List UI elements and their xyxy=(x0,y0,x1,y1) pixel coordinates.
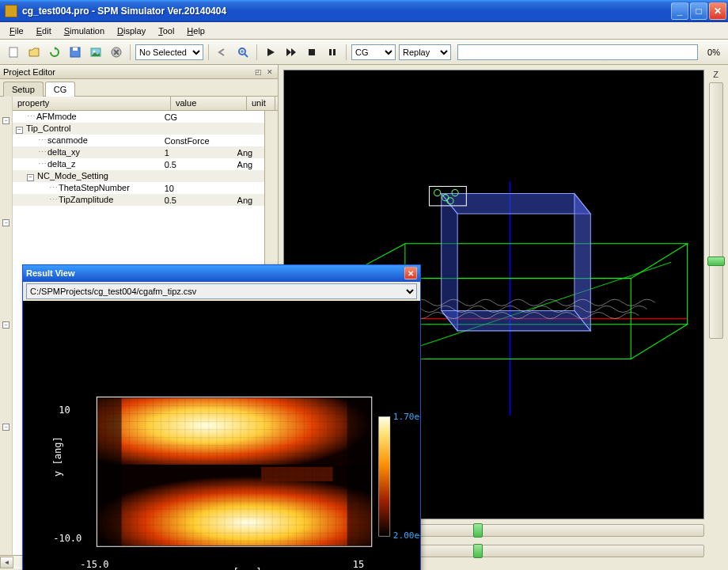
property-value[interactable]: 0.5 xyxy=(165,196,237,205)
plot-xlabel: x [ang] xyxy=(222,567,262,570)
property-row[interactable]: ⋯delta_z0.5Ang xyxy=(13,158,264,170)
svg-rect-12 xyxy=(309,49,315,55)
mode-dropdown[interactable]: Replay xyxy=(399,44,451,60)
play-button[interactable] xyxy=(262,44,279,61)
plot-ylabel: y [ang] xyxy=(52,436,63,477)
dock-header: Project Editor ◰ ✕ xyxy=(0,65,278,79)
property-name: delta_z xyxy=(47,159,75,169)
property-name: TipZamplitude xyxy=(59,195,113,204)
image-button[interactable] xyxy=(87,44,104,61)
app-icon xyxy=(5,5,17,17)
maximize-button[interactable]: □ xyxy=(690,2,707,20)
property-unit: Ang xyxy=(237,160,264,169)
new-button[interactable] xyxy=(5,44,22,61)
tree-collapse-2[interactable]: − xyxy=(2,219,9,226)
menu-simulation[interactable]: Simulation xyxy=(58,24,111,38)
fast-forward-button[interactable] xyxy=(282,44,300,61)
dock-title: Project Editor xyxy=(3,67,251,77)
property-name: NC_Mode_Setting xyxy=(37,171,108,180)
menu-display[interactable]: Display xyxy=(111,24,152,38)
stop-button[interactable] xyxy=(303,44,320,61)
cbar-min: 2.00e+0 xyxy=(393,530,420,541)
svg-rect-41 xyxy=(347,397,371,545)
engine-dropdown[interactable]: CG xyxy=(351,44,396,60)
col-property[interactable]: property xyxy=(13,97,171,110)
svg-rect-14 xyxy=(333,49,336,55)
cbar-max: 1.70e+0 xyxy=(393,411,420,421)
dock-tabs: Setup CG xyxy=(0,79,278,97)
menu-edit[interactable]: Edit xyxy=(30,24,58,38)
svg-marker-26 xyxy=(574,194,590,331)
selection-dropdown[interactable]: No Selected xyxy=(135,44,203,60)
property-row[interactable]: −Tip_Control xyxy=(13,123,264,135)
property-row[interactable]: ⋯delta_xy1Ang xyxy=(13,146,264,158)
minimize-button[interactable]: _ xyxy=(671,2,688,20)
property-row[interactable]: ⋯ThetaStepNumber10 xyxy=(13,182,264,194)
property-value[interactable]: ConstForce xyxy=(165,136,237,146)
svg-rect-42 xyxy=(379,416,390,536)
property-name: ThetaStepNumber xyxy=(59,183,130,192)
plot-xtick-left: -15.0 xyxy=(80,559,108,570)
scroll-left-button[interactable]: ◄ xyxy=(0,557,13,568)
property-name: scanmode xyxy=(47,135,88,145)
tree-gutter: − − − − xyxy=(0,97,13,555)
result-title: Result View xyxy=(26,268,404,278)
tree-collapse-4[interactable]: − xyxy=(2,424,9,431)
titlebar: cg_test004.pro - SPM Simulator Ver.20140… xyxy=(0,0,728,22)
svg-line-9 xyxy=(245,54,248,57)
property-name: Tip_Control xyxy=(26,124,70,133)
toolbar: No Selected CG Replay 0% xyxy=(0,40,728,65)
svg-rect-13 xyxy=(329,49,332,55)
svg-point-29 xyxy=(434,190,441,196)
open-button[interactable] xyxy=(25,44,43,61)
z-axis-label: Z xyxy=(713,70,719,79)
pause-button[interactable] xyxy=(324,44,341,61)
col-value[interactable]: value xyxy=(171,97,247,110)
result-plot[interactable]: 10 -10.0 y [ang] -15.0 15 x [ang] xyxy=(23,301,420,570)
svg-rect-40 xyxy=(97,397,121,545)
plot-ytick-bot: -10.0 xyxy=(53,533,82,544)
tree-collapse-3[interactable]: − xyxy=(2,321,9,329)
property-value[interactable]: 10 xyxy=(165,184,237,193)
dock-float-button[interactable]: ◰ xyxy=(253,67,263,77)
result-view-window[interactable]: Result View ✕ C:/SPMProjects/cg_test004/… xyxy=(22,264,421,570)
tab-cg[interactable]: CG xyxy=(45,82,76,97)
tree-collapse-1[interactable]: − xyxy=(2,117,9,124)
result-path-dropdown[interactable]: C:/SPMProjects/cg_test004/cgafm_tipz.csv xyxy=(26,283,417,299)
property-row[interactable]: −NC_Mode_Setting xyxy=(13,170,264,182)
property-value[interactable]: 0.5 xyxy=(165,160,237,169)
undo-zoom-button[interactable] xyxy=(214,44,231,61)
plot-xtick-right: 15 xyxy=(353,559,365,570)
svg-rect-2 xyxy=(73,48,78,51)
window-title: cg_test004.pro - SPM Simulator Ver.20140… xyxy=(21,6,671,17)
property-row[interactable]: ⋯TipZamplitude0.5Ang xyxy=(13,194,264,206)
svg-rect-0 xyxy=(9,48,17,57)
property-value[interactable]: CG xyxy=(165,112,237,122)
tree-toggle[interactable]: − xyxy=(16,127,23,134)
cancel-button[interactable] xyxy=(108,44,125,61)
save-button[interactable] xyxy=(66,44,84,61)
result-close-button[interactable]: ✕ xyxy=(404,267,417,279)
result-titlebar[interactable]: Result View ✕ xyxy=(23,265,420,282)
menu-help[interactable]: Help xyxy=(180,24,211,38)
property-unit: Ang xyxy=(237,196,264,205)
reload-button[interactable] xyxy=(46,44,63,61)
property-row[interactable]: ⋯AFMmodeCG xyxy=(13,111,264,123)
tree-toggle[interactable]: − xyxy=(27,174,34,181)
menubar: File Edit Simulation Display Tool Help xyxy=(0,22,728,40)
z-slider[interactable] xyxy=(709,82,723,339)
progress-percent: 0% xyxy=(704,48,723,57)
menu-file[interactable]: File xyxy=(3,24,30,38)
property-unit: Ang xyxy=(237,148,264,158)
property-value[interactable]: 1 xyxy=(165,148,237,158)
close-button[interactable]: ✕ xyxy=(709,2,726,20)
property-name: AFMmode xyxy=(36,112,77,121)
progress-bar xyxy=(457,44,698,60)
menu-tool[interactable]: Tool xyxy=(152,24,180,38)
svg-marker-24 xyxy=(442,194,591,214)
property-row[interactable]: ⋯scanmodeConstForce xyxy=(13,135,264,146)
dock-close-button[interactable]: ✕ xyxy=(265,67,275,77)
col-unit[interactable]: unit xyxy=(247,97,275,110)
tab-setup[interactable]: Setup xyxy=(3,82,44,97)
zoom-in-button[interactable] xyxy=(234,44,252,61)
